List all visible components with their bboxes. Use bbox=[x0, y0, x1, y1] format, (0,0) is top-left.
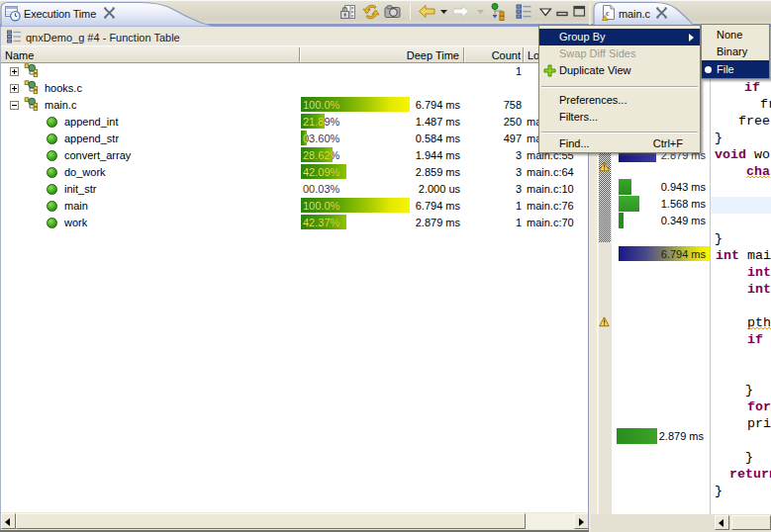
svg-text:c: c bbox=[606, 9, 610, 18]
